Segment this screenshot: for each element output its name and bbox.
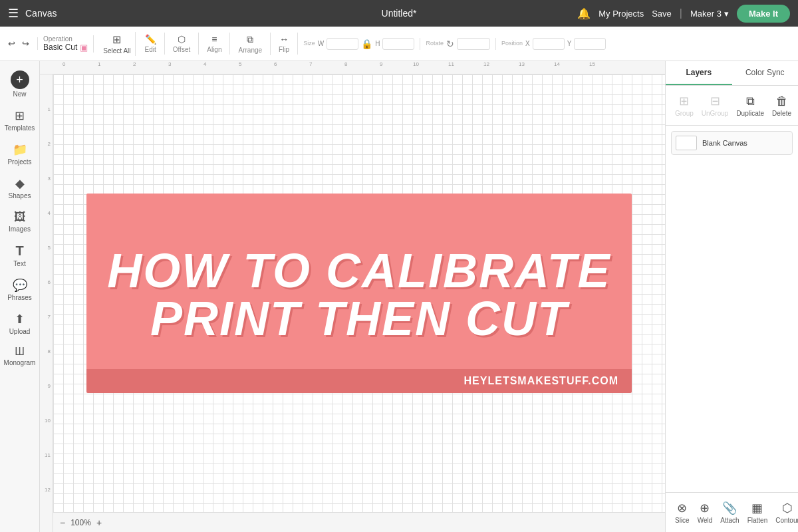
machine-selector[interactable]: Maker 3 ▾ xyxy=(690,9,729,19)
duplicate-label: Duplicate xyxy=(736,110,764,117)
canvas-content[interactable]: HOW TO CALIBRATE PRINT THEN CUT HEYLETSM… xyxy=(53,74,665,512)
sidebar-item-projects[interactable]: 📁 Projects xyxy=(1,138,39,170)
image-website: HEYLETSMAKESTUFF.COM xyxy=(464,375,618,387)
arrange-group: ⧉ Arrange xyxy=(235,33,271,55)
images-icon: 🖼 xyxy=(14,210,26,224)
y-input[interactable] xyxy=(574,38,606,50)
sidebar-projects-label: Projects xyxy=(7,158,31,166)
left-sidebar: + New ⊞ Templates 📁 Projects ◆ Shapes 🖼 … xyxy=(0,61,40,532)
rotate-group: Rotate ↻ xyxy=(426,38,496,50)
arrange-label: Arrange xyxy=(238,47,262,54)
slice-button[interactable]: ⊗ Slice xyxy=(671,498,694,527)
layer-item[interactable]: Blank Canvas xyxy=(671,131,793,155)
operation-value: Basic Cut xyxy=(43,43,77,52)
tab-layers[interactable]: Layers xyxy=(666,61,732,85)
y-label: Y xyxy=(567,40,572,47)
layer-name: Blank Canvas xyxy=(702,139,747,147)
position-label: Position xyxy=(501,40,523,47)
sidebar-item-text[interactable]: T Text xyxy=(1,239,39,271)
flip-label: Flip xyxy=(279,46,289,53)
my-projects-button[interactable]: My Projects xyxy=(598,9,644,19)
zoom-out-button[interactable]: − xyxy=(60,517,65,528)
save-button[interactable]: Save xyxy=(652,9,672,19)
sidebar-item-images[interactable]: 🖼 Images xyxy=(1,206,39,237)
attach-button[interactable]: 📎 Attach xyxy=(716,498,743,527)
ungroup-icon: ⊟ xyxy=(710,94,720,108)
group-label: Group xyxy=(675,110,694,117)
sidebar-upload-label: Upload xyxy=(9,328,31,335)
size-group: Size W 🔒 H xyxy=(303,38,420,50)
select-all-label: Select All xyxy=(103,47,130,55)
contour-label: Contour xyxy=(775,517,798,524)
duplicate-button[interactable]: ⧉ Duplicate xyxy=(732,92,768,120)
group-button[interactable]: ⊞ Group xyxy=(671,91,698,120)
new-icon: + xyxy=(11,70,29,89)
align-label: Align xyxy=(207,46,221,53)
nav-divider: | xyxy=(680,7,682,19)
weld-button[interactable]: ⊕ Weld xyxy=(694,498,717,527)
right-sidebar: Layers Color Sync ⊞ Group ⊟ UnGroup ⧉ Du… xyxy=(665,61,798,532)
align-button[interactable]: ≡ Align xyxy=(204,33,224,55)
group-icon: ⊞ xyxy=(679,94,689,108)
sidebar-item-monogram[interactable]: Ш Monogram xyxy=(1,342,39,370)
edit-group: ✏️ Edit xyxy=(142,33,165,55)
ungroup-button[interactable]: ⊟ UnGroup xyxy=(698,91,733,120)
flip-group: ↔ Flip xyxy=(276,33,298,55)
sidebar-item-templates[interactable]: ⊞ Templates xyxy=(1,104,39,136)
delete-button[interactable]: 🗑 Delete xyxy=(768,92,795,120)
image-line2: PRINT THEN CUT xyxy=(150,295,568,342)
delete-label: Delete xyxy=(772,110,791,117)
right-sidebar-bottom-actions: ⊗ Slice ⊕ Weld 📎 Attach ▦ Flatten ⬡ Cont… xyxy=(666,492,798,532)
flatten-label: Flatten xyxy=(747,517,768,524)
contour-icon: ⬡ xyxy=(782,501,793,515)
edit-button[interactable]: ✏️ Edit xyxy=(142,33,159,55)
ungroup-label: UnGroup xyxy=(702,110,729,117)
undo-redo-group: ↩ ↪ xyxy=(5,37,38,50)
select-all-button[interactable]: ⊞ Select All xyxy=(99,32,135,56)
redo-button[interactable]: ↪ xyxy=(19,37,32,50)
undo-button[interactable]: ↩ xyxy=(5,37,18,50)
sidebar-images-label: Images xyxy=(9,225,31,233)
offset-group: ⬡ Offset xyxy=(170,33,200,55)
sidebar-item-phrases[interactable]: 💬 Phrases xyxy=(1,274,39,305)
attach-label: Attach xyxy=(720,517,739,524)
notification-bell-icon[interactable]: 🔔 xyxy=(577,7,591,20)
align-group: ≡ Align xyxy=(204,33,230,55)
rotate-label: Rotate xyxy=(426,40,444,47)
x-input[interactable] xyxy=(533,38,565,50)
make-it-button[interactable]: Make It xyxy=(737,5,790,23)
edit-label: Edit xyxy=(145,46,156,53)
flip-button[interactable]: ↔ Flip xyxy=(276,33,292,55)
slice-label: Slice xyxy=(675,517,690,524)
attach-icon: 📎 xyxy=(722,501,737,515)
image-line1: HOW TO CALIBRATE xyxy=(107,247,610,295)
tab-color-sync[interactable]: Color Sync xyxy=(732,61,799,85)
height-input[interactable] xyxy=(382,38,414,50)
sidebar-monogram-label: Monogram xyxy=(4,359,36,366)
sidebar-templates-label: Templates xyxy=(5,124,35,132)
sidebar-item-new[interactable]: + New xyxy=(1,66,39,102)
templates-icon: ⊞ xyxy=(15,108,25,123)
sidebar-item-shapes[interactable]: ◆ Shapes xyxy=(1,172,39,203)
zoom-in-button[interactable]: + xyxy=(96,517,102,528)
menu-icon[interactable]: ☰ xyxy=(8,6,19,21)
arrange-button[interactable]: ⧉ Arrange xyxy=(235,33,265,55)
sidebar-new-label: New xyxy=(13,90,26,98)
width-label: W xyxy=(318,40,324,47)
rotate-input[interactable] xyxy=(457,38,490,50)
select-all-icon: ⊞ xyxy=(112,33,121,46)
sidebar-item-upload[interactable]: ⬆ Upload xyxy=(1,308,39,339)
weld-icon: ⊕ xyxy=(700,501,710,515)
flatten-button[interactable]: ▦ Flatten xyxy=(743,498,772,527)
canvas-image[interactable]: HOW TO CALIBRATE PRINT THEN CUT HEYLETSM… xyxy=(86,194,632,393)
canvas-area[interactable]: 0 1 2 3 4 5 6 7 8 9 10 11 12 13 14 15 1 … xyxy=(40,61,665,532)
edit-icon: ✏️ xyxy=(145,34,156,45)
monogram-icon: Ш xyxy=(15,346,25,358)
zoom-level: 100% xyxy=(70,518,91,527)
lock-icon[interactable]: 🔒 xyxy=(361,39,372,49)
canvas-label: Canvas xyxy=(25,8,57,19)
offset-button[interactable]: ⬡ Offset xyxy=(170,33,194,55)
width-input[interactable] xyxy=(327,38,358,50)
contour-button[interactable]: ⬡ Contour xyxy=(771,498,798,527)
x-label: X xyxy=(525,40,530,47)
